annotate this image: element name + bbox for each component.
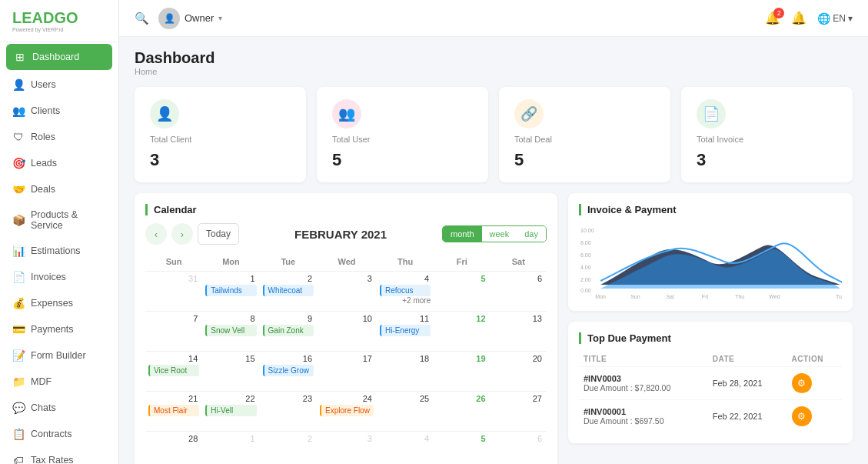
sidebar-item-clients[interactable]: 👥Clients (0, 98, 118, 124)
sidebar-item-formbuilder[interactable]: 📝Form Builder (0, 342, 118, 369)
notification-icon[interactable]: 🔔 2 (765, 11, 780, 25)
calendar-day[interactable]: 2 (260, 432, 318, 465)
calendar-day[interactable]: 12 (434, 312, 490, 352)
day-number: 20 (494, 354, 544, 363)
calendar-day[interactable]: 22Hi-Vell (202, 392, 259, 432)
calendar-day[interactable]: 1 (202, 432, 259, 465)
calendar-event[interactable]: Explore Flow (320, 405, 374, 416)
bell-icon[interactable]: 🔔 (791, 11, 806, 25)
sidebar-item-contracts[interactable]: 📋Contracts (0, 421, 118, 447)
calendar-day[interactable]: 11Hi-Energy (377, 312, 434, 352)
calendar-prev-button[interactable]: ‹ (145, 223, 167, 245)
sidebar-item-users[interactable]: 👤Users (0, 72, 118, 98)
calendar-day[interactable]: 31 (145, 272, 202, 312)
calendar-event[interactable]: Tailwinds (205, 285, 256, 296)
svg-text:Tue: Tue (836, 294, 842, 299)
calendar-day[interactable]: 4Refocus+2 more (377, 272, 434, 312)
calendar-day[interactable]: 2Whitecoat (260, 272, 318, 312)
sidebar-item-dashboard[interactable]: ⊞Dashboard (6, 44, 112, 70)
due-invoice-info: #INV0003 Due Amount : $7,820.00 (579, 367, 708, 400)
calendar-day[interactable]: 9Gain Zonk (260, 312, 318, 352)
day-number: 25 (380, 394, 431, 403)
cal-day-header: Tue (260, 254, 318, 272)
language-selector[interactable]: 🌐 EN ▾ (817, 12, 853, 25)
calendar-day[interactable]: 20 (491, 352, 547, 392)
calendar-day[interactable]: 27 (491, 392, 547, 432)
calendar-day[interactable]: 17 (317, 352, 377, 392)
calendar-day[interactable]: 5 (434, 272, 490, 312)
calendar-week-view-button[interactable]: week (482, 226, 517, 242)
due-date: Feb 28, 2021 (708, 367, 787, 400)
calendar-day[interactable]: 28 (145, 432, 202, 465)
calendar-day[interactable]: 10 (317, 312, 377, 352)
sidebar-item-products[interactable]: 📦Products & Service (0, 202, 118, 238)
sidebar-item-deals[interactable]: 🤝Deals (0, 176, 118, 202)
calendar-day[interactable]: 6 (491, 432, 547, 465)
calendar-day[interactable]: 6 (491, 272, 547, 312)
calendar-month-view-button[interactable]: month (443, 226, 482, 242)
stat-card-deals: 🔗 Total Deal 5 (499, 87, 670, 182)
day-number: 18 (380, 354, 431, 363)
day-number: 15 (205, 354, 256, 363)
calendar-day[interactable]: 4 (377, 432, 434, 465)
calendar-day[interactable]: 1Tailwinds (202, 272, 259, 312)
calendar-day[interactable]: 3 (317, 432, 377, 465)
sidebar-label: Tax Rates (31, 455, 74, 464)
calendar-day-view-button[interactable]: day (517, 226, 546, 242)
sidebar-label: Invoices (31, 272, 66, 282)
calendar-day[interactable]: 26 (434, 392, 490, 432)
user-info[interactable]: 👤 Owner ▾ (158, 8, 222, 29)
sidebar-item-chats[interactable]: 💬Chats (0, 395, 118, 421)
day-number: 10 (320, 314, 374, 323)
calendar-day[interactable]: 7 (145, 312, 202, 352)
calendar-event[interactable]: Most Flair (148, 405, 199, 416)
due-action-button[interactable]: ⚙ (792, 373, 812, 393)
today-button[interactable]: Today (198, 223, 239, 245)
clients-stat-icon: 👤 (150, 99, 179, 129)
sidebar-label: Contracts (31, 429, 72, 439)
calendar-day[interactable]: 14Vice Root (145, 352, 202, 392)
users-stat-value: 5 (332, 150, 473, 170)
sidebar-label: Form Builder (31, 350, 86, 361)
calendar-day[interactable]: 24Explore Flow (317, 392, 377, 432)
calendar-event[interactable]: Gain Zonk (263, 325, 314, 336)
due-payment-title: Top Due Payment (579, 332, 842, 344)
calendar-day[interactable]: 15 (202, 352, 259, 392)
sidebar-item-estimations[interactable]: 📊Estimations (0, 238, 118, 264)
due-action-button[interactable]: ⚙ (792, 406, 812, 426)
day-number: 27 (494, 394, 544, 403)
calendar-event[interactable]: Hi-Energy (380, 325, 431, 336)
calendar-day[interactable]: 25 (377, 392, 434, 432)
due-amount: Due Amount : $697.50 (584, 416, 703, 426)
sidebar-label: Users (31, 79, 56, 90)
calendar-day[interactable]: 5 (434, 432, 490, 465)
calendar-event[interactable]: Snow Vell (205, 325, 256, 336)
sidebar-item-taxrates[interactable]: 🏷Tax Rates (0, 447, 118, 464)
sidebar-item-roles[interactable]: 🛡Roles (0, 124, 118, 150)
day-number: 4 (380, 434, 431, 443)
sidebar-item-invoices[interactable]: 📄Invoices (0, 264, 118, 290)
calendar-event[interactable]: Sizzle Grow (263, 365, 314, 376)
calendar-day[interactable]: 3 (317, 272, 377, 312)
calendar-event[interactable]: Refocus (380, 285, 431, 296)
calendar-event[interactable]: Hi-Vell (205, 405, 256, 416)
calendar-day[interactable]: 19 (434, 352, 490, 392)
sidebar-item-leads[interactable]: 🎯Leads (0, 150, 118, 176)
calendar-next-button[interactable]: › (171, 223, 193, 245)
calendar-day[interactable]: 18 (377, 352, 434, 392)
sidebar-item-payments[interactable]: 💳Payments (0, 316, 118, 342)
calendar-more-events[interactable]: +2 more (380, 296, 431, 305)
cal-day-header: Sat (491, 254, 547, 272)
calendar-event[interactable]: Whitecoat (263, 285, 314, 296)
calendar-event[interactable]: Vice Root (148, 365, 199, 376)
search-icon[interactable]: 🔍 (135, 12, 149, 25)
sidebar-item-expenses[interactable]: 💰Expenses (0, 290, 118, 316)
day-number: 5 (437, 434, 487, 443)
sidebar-item-mdf[interactable]: 📁MDF (0, 369, 118, 395)
calendar-day[interactable]: 8Snow Vell (202, 312, 259, 352)
dashboard-icon: ⊞ (14, 51, 26, 63)
calendar-day[interactable]: 23 (260, 392, 318, 432)
calendar-day[interactable]: 21Most Flair (145, 392, 202, 432)
calendar-day[interactable]: 16Sizzle Grow (260, 352, 318, 392)
calendar-day[interactable]: 13 (491, 312, 547, 352)
